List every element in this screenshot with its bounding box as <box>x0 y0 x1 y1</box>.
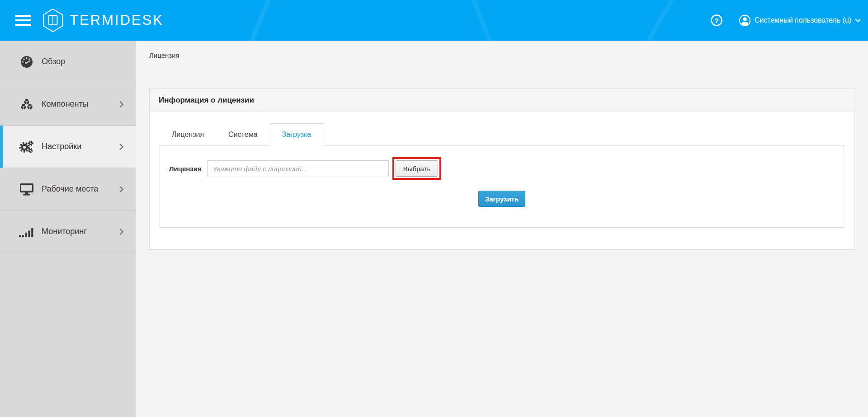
panel-title: Информация о лицензии <box>150 89 854 112</box>
chevron-right-icon <box>119 228 124 236</box>
gears-icon <box>18 140 35 154</box>
license-info-panel: Информация о лицензии Лицензия Система З… <box>149 89 854 250</box>
user-name: Системный пользователь (u) <box>755 16 851 24</box>
sidebar-item-settings[interactable]: Настройки <box>0 126 136 168</box>
monitor-icon <box>18 183 35 196</box>
sidebar-item-components[interactable]: Компоненты <box>0 83 136 126</box>
sidebar: Обзор Компоненты <box>0 41 136 417</box>
sidebar-item-monitoring[interactable]: Мониторинг <box>0 211 136 253</box>
hamburger-menu-icon[interactable] <box>15 12 31 28</box>
tab-upload[interactable]: Загрузка <box>270 123 324 146</box>
brand-logo: TERMIDESK <box>42 8 164 33</box>
upload-button[interactable]: Загрузить <box>478 191 525 207</box>
red-highlight-annotation: Выбрать <box>392 157 441 180</box>
cubes-icon <box>18 98 35 111</box>
breadcrumb: Лицензия <box>149 52 854 59</box>
license-field-label: Лицензия <box>169 160 202 177</box>
user-menu[interactable]: Системный пользователь (u) <box>739 14 861 27</box>
question-glyph: ? <box>714 17 718 24</box>
sidebar-item-label: Рабочие места <box>42 184 119 194</box>
hexagon-logo-icon <box>42 8 64 33</box>
panel-body: Лицензия Система Загрузка Лицензия Выбра… <box>150 112 854 249</box>
user-avatar-icon <box>739 14 751 27</box>
sidebar-item-overview[interactable]: Обзор <box>0 41 136 83</box>
chevron-right-icon <box>119 143 124 151</box>
upload-button-row: Загрузить <box>169 191 835 207</box>
license-file-input[interactable] <box>207 160 389 177</box>
license-file-row: Лицензия Выбрать <box>169 157 835 180</box>
choose-file-button[interactable]: Выбрать <box>396 160 438 177</box>
sidebar-item-label: Мониторинг <box>42 227 119 236</box>
sidebar-item-label: Компоненты <box>42 99 119 109</box>
sidebar-item-label: Настройки <box>42 142 119 151</box>
caret-down-icon <box>855 19 861 23</box>
top-bar: TERMIDESK ? Системный пользователь (u) <box>0 0 868 41</box>
sidebar-item-workplaces[interactable]: Рабочие места <box>0 168 136 211</box>
top-bar-right: ? Системный пользователь (u) <box>710 14 861 27</box>
brand-name: TERMIDESK <box>70 12 164 28</box>
main-content: Лицензия Информация о лицензии Лицензия … <box>136 41 868 417</box>
sidebar-item-label: Обзор <box>42 57 124 66</box>
tab-bar: Лицензия Система Загрузка <box>160 123 844 146</box>
top-bar-left: TERMIDESK <box>15 8 164 33</box>
tab-system[interactable]: Система <box>216 123 269 146</box>
dashboard-icon <box>18 55 35 69</box>
chevron-right-icon <box>119 185 124 193</box>
signal-bars-icon <box>18 225 35 238</box>
chevron-right-icon <box>119 100 124 108</box>
help-icon[interactable]: ? <box>710 14 723 27</box>
tab-license[interactable]: Лицензия <box>160 123 216 146</box>
upload-tab-content: Лицензия Выбрать Загрузить <box>160 145 844 228</box>
